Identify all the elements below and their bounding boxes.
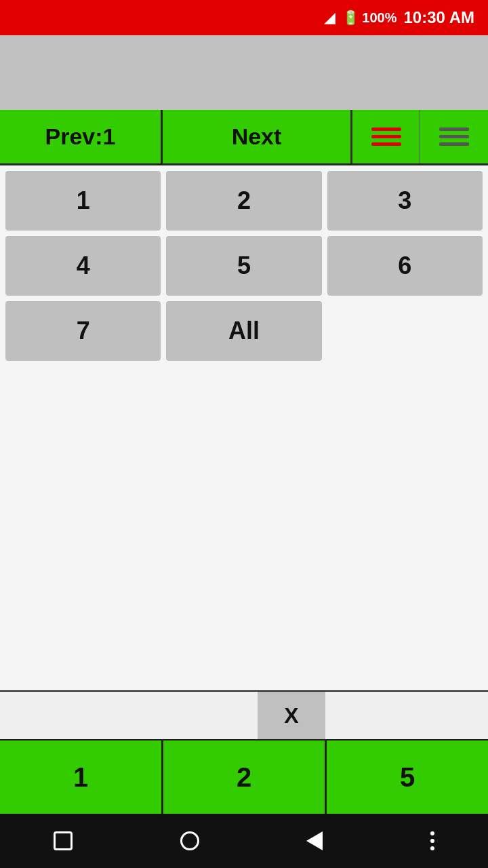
grid-btn-3[interactable]: 3 bbox=[327, 171, 483, 231]
grid-btn-6[interactable]: 6 bbox=[327, 236, 483, 296]
signal-icon: ◢ bbox=[324, 9, 336, 26]
battery-area: 🔋 100% bbox=[342, 9, 396, 26]
battery-icon: 🔋 bbox=[342, 9, 359, 26]
hamburger-red-icon bbox=[371, 127, 401, 146]
grid-btn-all[interactable]: All bbox=[166, 301, 321, 361]
prev-button[interactable]: Prev:1 bbox=[0, 110, 163, 163]
number-grid: 1 2 3 4 5 6 7 All bbox=[0, 165, 488, 690]
more-options-button[interactable] bbox=[430, 831, 434, 850]
ad-banner bbox=[0, 35, 488, 110]
bottom-tab-1[interactable]: 1 bbox=[0, 741, 163, 814]
grid-row-1: 1 2 3 bbox=[5, 171, 483, 231]
bottom-tabs: 1 2 5 bbox=[0, 739, 488, 814]
menu-button-2[interactable] bbox=[420, 110, 488, 163]
bottom-panel: X 1 2 5 bbox=[0, 690, 488, 814]
battery-percentage: 100% bbox=[362, 10, 396, 26]
bottom-tab-2[interactable]: 2 bbox=[163, 741, 327, 814]
hamburger-gray-icon bbox=[439, 127, 469, 146]
home-button[interactable] bbox=[180, 831, 199, 850]
back-icon bbox=[306, 831, 323, 850]
grid-btn-1[interactable]: 1 bbox=[5, 171, 161, 231]
back-button[interactable] bbox=[306, 831, 323, 850]
android-nav-bar bbox=[0, 814, 488, 868]
x-button[interactable]: X bbox=[258, 692, 325, 739]
bottom-tab-5[interactable]: 5 bbox=[327, 741, 488, 814]
next-button[interactable]: Next bbox=[163, 110, 352, 163]
grid-empty bbox=[327, 301, 483, 361]
grid-row-2: 4 5 6 bbox=[5, 236, 483, 296]
grid-btn-7[interactable]: 7 bbox=[5, 301, 161, 361]
more-options-icon bbox=[430, 831, 434, 850]
nav-bar: Prev:1 Next bbox=[0, 110, 488, 165]
grid-btn-2[interactable]: 2 bbox=[166, 171, 321, 231]
status-bar: ◢ 🔋 100% 10:30 AM bbox=[0, 0, 488, 35]
grid-row-3: 7 All bbox=[5, 301, 483, 361]
recent-apps-button[interactable] bbox=[54, 831, 73, 850]
circle-icon bbox=[180, 831, 199, 850]
time-display: 10:30 AM bbox=[404, 8, 474, 27]
square-icon bbox=[54, 831, 73, 850]
menu-button-1[interactable] bbox=[352, 110, 420, 163]
grid-btn-5[interactable]: 5 bbox=[166, 236, 321, 296]
grid-btn-4[interactable]: 4 bbox=[5, 236, 161, 296]
